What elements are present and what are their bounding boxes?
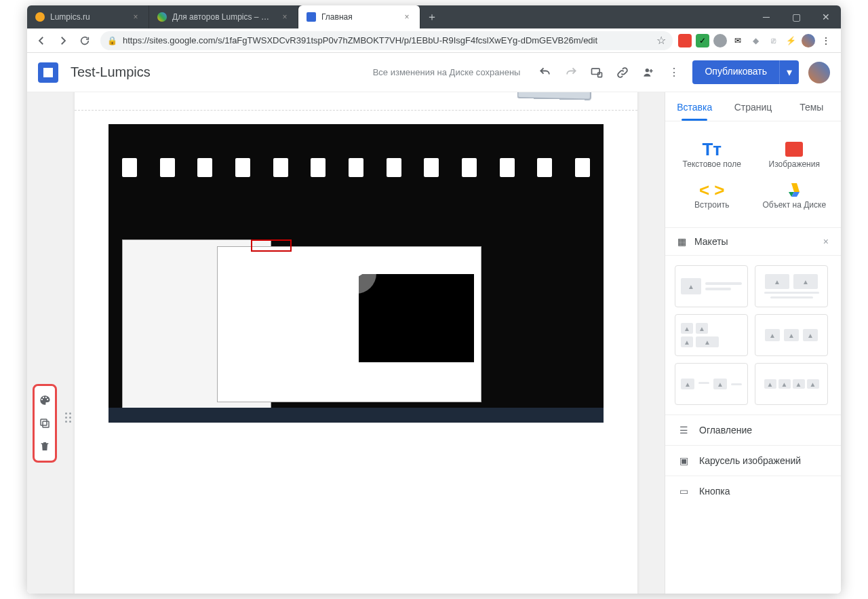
insert-button-button[interactable]: ▭ Кнопка [665,476,841,506]
profile-avatar-icon[interactable] [802,34,815,47]
bookmark-star-icon[interactable]: ☆ [656,34,666,47]
tab-strip: Lumpics.ru × Для авторов Lumpics – Googl… [27,5,443,28]
section-duplicate-button[interactable] [35,413,55,433]
redo-button[interactable] [558,60,584,85]
list-label: Кнопка [699,486,730,497]
new-tab-button[interactable]: ＋ [420,5,443,28]
save-status: Все изменения на Диске сохранены [373,67,521,77]
layouts-label: Макеты [694,236,728,247]
editor-canvas[interactable] [27,92,665,594]
insert-grid: Tт Текстовое поле Изображения < > Встрои… [665,121,841,227]
list-label: Карусель изображений [699,455,801,466]
back-button[interactable] [31,31,52,51]
toc-icon: ☰ [677,425,690,436]
browser-tab-1[interactable]: Для авторов Lumpics – Google Д × [149,5,298,28]
publish-dropdown-icon[interactable]: ▾ [779,60,799,84]
preview-button[interactable] [584,60,610,85]
omnibox[interactable]: 🔒 ☆ [100,31,673,50]
address-bar: 🔒 ☆ ✓ ✉ ◆ ⎚ ⚡ ⋮ [27,28,841,53]
forward-button[interactable] [53,31,73,51]
extension-icon[interactable] [678,34,692,47]
browser-titlebar: Lumpics.ru × Для авторов Lumpics – Googl… [27,5,841,28]
extensions-row: ✓ ✉ ◆ ⎚ ⚡ ⋮ [678,34,837,47]
svg-rect-3 [43,421,49,427]
insert-text-button[interactable]: Tт Текстовое поле [671,134,753,174]
layout-option[interactable]: ▲▲▲ [755,314,828,356]
layouts-grid: ▲ ▲▲ ▲▲ ▲▲ ▲▲▲ ▲ [665,256,841,414]
tab-insert[interactable]: Вставка [665,92,724,121]
reload-button[interactable] [75,31,95,51]
play-icon[interactable] [336,253,376,294]
layouts-icon: ▦ [677,236,686,247]
hero-image [515,92,604,106]
tab-pages[interactable]: Страниц [724,92,782,121]
layout-option[interactable]: ▲▲ [755,265,828,307]
minimize-button[interactable]: ─ [751,5,781,28]
section-delete-button[interactable] [35,436,55,457]
insert-toc-button[interactable]: ☰ Оглавление [665,414,841,445]
section-palette-button[interactable] [35,390,55,410]
layouts-header: ▦ Макеты × [665,227,841,256]
extension-icon[interactable]: ✉ [731,34,745,47]
tab-label: Главная [321,12,397,22]
video-highlight-box [251,239,292,252]
browser-tab-0[interactable]: Lumpics.ru × [27,5,149,28]
tab-label: Lumpics.ru [50,12,125,22]
publish-label[interactable]: Опубликовать [692,60,779,84]
undo-button[interactable] [532,60,558,85]
layout-option[interactable]: ▲▲▲▲ [755,363,828,405]
browser-menu-icon[interactable]: ⋮ [819,34,833,47]
extension-icon[interactable]: ◆ [749,34,762,47]
close-icon[interactable]: × [280,12,290,22]
maximize-button[interactable]: ▢ [781,5,811,28]
browser-tab-2[interactable]: Главная × [298,5,420,28]
close-icon[interactable]: × [823,236,829,247]
embedded-video[interactable] [108,124,604,423]
insert-drive-button[interactable]: Объект на Диске [753,174,836,215]
window-controls: ─ ▢ ✕ [751,5,841,28]
insert-label: Встроить [671,200,753,210]
layout-option[interactable]: ▲ ▲ [675,363,748,405]
list-label: Оглавление [699,425,752,436]
link-button[interactable] [610,60,635,85]
extension-icon[interactable]: ⎚ [766,34,780,47]
url-input[interactable] [123,35,651,45]
insert-carousel-button[interactable]: ▣ Карусель изображений [665,445,841,476]
favicon-icon [35,12,45,22]
insert-embed-button[interactable]: < > Встроить [671,174,753,215]
svg-rect-4 [41,419,47,425]
tab-themes[interactable]: Темы [783,92,841,121]
insert-image-button[interactable]: Изображения [753,134,836,174]
favicon-icon [307,12,316,22]
close-window-button[interactable]: ✕ [811,5,841,28]
carousel-icon: ▣ [677,455,690,466]
lock-icon: 🔒 [107,36,117,45]
layout-option[interactable]: ▲ [675,265,748,307]
more-icon[interactable]: ⋮ [661,60,687,85]
desktop-icons [122,158,590,177]
button-icon: ▭ [677,486,690,497]
header-section [75,92,637,110]
close-icon[interactable]: × [131,12,140,22]
share-button[interactable] [635,60,661,85]
text-icon: Tт [671,139,753,159]
account-avatar[interactable] [808,62,830,83]
extension-icon[interactable] [713,34,727,47]
image-icon [753,139,836,159]
extension-icon[interactable]: ⚡ [784,34,797,47]
close-icon[interactable]: × [402,12,412,22]
extension-icon[interactable]: ✓ [696,34,709,47]
drag-handle-icon[interactable] [65,412,73,426]
favicon-icon [157,12,167,22]
insert-label: Объект на Диске [753,200,836,210]
svg-point-2 [646,69,649,72]
layout-option[interactable]: ▲▲ ▲▲ [675,314,748,356]
sites-logo-icon[interactable] [38,62,58,83]
publish-button[interactable]: Опубликовать ▾ [692,60,799,84]
embed-icon: < > [671,180,753,200]
tab-label: Для авторов Lumpics – Google Д [172,12,275,22]
page-canvas[interactable] [75,92,637,594]
video-taskbar [108,408,604,423]
app-header: Test-Lumpics Все изменения на Диске сохр… [27,53,841,92]
site-name[interactable]: Test-Lumpics [71,64,151,80]
